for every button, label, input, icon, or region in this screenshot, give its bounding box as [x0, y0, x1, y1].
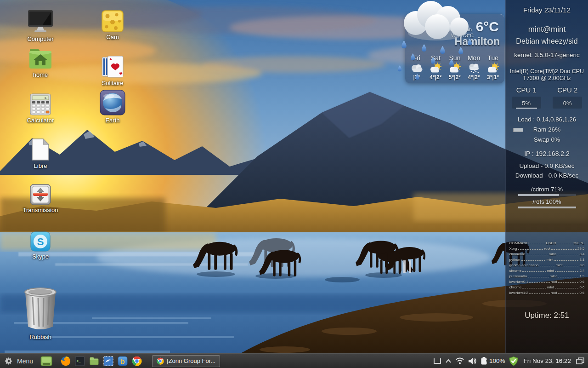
process-row: kworker/0:1root0.6	[508, 279, 586, 285]
process-row: pulseaudiomint1.9	[508, 274, 586, 279]
conky-cdrom-bar	[518, 194, 576, 196]
menu-button[interactable]: Menu	[0, 354, 39, 368]
desktop-icon-label: Libre	[34, 162, 47, 169]
desktop-icon-earth[interactable]: Earth	[87, 90, 138, 124]
conky-cdrom: /cdrom 71%	[506, 186, 588, 193]
conky-cpu2-label: CPU 2	[547, 86, 588, 94]
conky-download: Download - 0.0 KB/sec	[506, 172, 588, 179]
tray-applet-icon[interactable]	[434, 358, 441, 364]
forecast-day: Tue 3°|1°	[483, 54, 503, 80]
wifi-network-icon[interactable]	[456, 357, 464, 364]
conky-kernel: kernel: 3.5.0-17-generic	[506, 52, 588, 58]
show-desktop-icon	[40, 356, 52, 366]
chevron-up-icon[interactable]	[445, 359, 452, 363]
conky-uptime: Uptime: 2:51	[506, 311, 588, 320]
firefox-icon	[61, 356, 71, 366]
desktop-icon-label: Skype	[32, 253, 49, 260]
skype-icon: S	[30, 231, 51, 252]
battery-icon[interactable]	[481, 357, 487, 365]
menu-label: Menu	[17, 357, 33, 365]
desktop-icon-solitaire[interactable]: A Solitaire	[87, 55, 138, 86]
thunderbird-launcher[interactable]	[102, 355, 114, 367]
conky-rofs: /rofs 100%	[506, 198, 588, 205]
process-row: kworker/1:2root0.6	[508, 290, 586, 296]
thunderbird-mail-icon	[103, 356, 113, 366]
conky-rofs-bar	[518, 207, 576, 208]
conky-upload: Upload - 0.0 KB/sec	[506, 162, 588, 169]
trash-can-icon	[23, 284, 58, 332]
process-row: gnome-screenshomint3.0	[508, 263, 586, 268]
libreoffice-document-icon	[30, 138, 51, 161]
window-button-zorin-forum[interactable]: [Zorin Group For...	[152, 355, 220, 367]
desktop-icon-label: Transmission	[23, 207, 58, 213]
desktop-icon-label: home	[33, 71, 48, 78]
desktop-icon-rubbish[interactable]: Rubbish	[15, 284, 66, 340]
desktop: Computer Cam home A	[0, 0, 588, 368]
sun-cloud-icon	[429, 63, 442, 74]
desktop-icon-home[interactable]: home	[15, 47, 66, 78]
desktop-icon-label: Calculator	[27, 117, 54, 124]
terminal-launcher[interactable]: >_	[74, 355, 86, 367]
firefox-launcher[interactable]	[60, 355, 72, 367]
forecast-day: Fri |2°	[407, 54, 426, 80]
conky-cpu2-value: 0%	[563, 100, 572, 107]
desktop-icon-label: Computer	[27, 35, 53, 42]
calculator-icon: 0.	[30, 93, 51, 115]
desktop-icon-libre[interactable]: Libre	[15, 138, 66, 169]
update-shield-icon[interactable]	[509, 356, 518, 366]
weather-city: Hamilton	[455, 35, 500, 48]
conky-system-monitor: Friday 23/11/12 mint@mint Debian wheezy/…	[505, 0, 588, 353]
window-button-label: [Zorin Group For...	[167, 357, 215, 364]
cheese-webcam-icon	[102, 10, 124, 32]
weather-wind: W:13Kph	[451, 27, 474, 33]
google-earth-icon	[100, 90, 125, 115]
volume-icon[interactable]	[468, 357, 476, 365]
conky-date: Friday 23/11/12	[506, 0, 588, 14]
conky-ip: IP : 192.168.2.2	[506, 150, 588, 157]
folder-icon	[89, 356, 99, 366]
battery-percentage: 100%	[489, 357, 505, 364]
svg-text:>_: >_	[77, 359, 81, 362]
forecast-day: Mon 4°|2°	[464, 54, 484, 80]
chrome-icon	[132, 356, 142, 366]
conky-cpu1-label: CPU 1	[506, 86, 547, 94]
conky-user-host: mint@mint	[506, 25, 588, 34]
process-row: chromemint2.4	[508, 268, 586, 274]
snow-cloud-icon	[467, 63, 481, 74]
weather-temperature: 6°C	[476, 19, 499, 34]
process-row: chromemint0.6	[508, 285, 586, 290]
terminal-icon: >_	[75, 356, 85, 366]
desktop-icon-calculator[interactable]: 0. Calculator	[15, 93, 66, 124]
computer-icon	[27, 9, 54, 34]
desktop-icon-cam[interactable]: Cam	[87, 10, 138, 40]
b-app-launcher[interactable]: b	[117, 355, 129, 367]
conky-cpu1-graph: 5%	[512, 97, 541, 109]
forecast-day: Sat 4°|2°	[426, 54, 446, 80]
weather-humidity: H:81%	[451, 21, 474, 27]
desktop-icon-computer[interactable]: Computer	[15, 9, 66, 42]
svg-text:0.: 0.	[45, 97, 47, 99]
workspace-switcher-icon[interactable]	[576, 357, 584, 365]
conky-ram: Ram 26%	[533, 126, 560, 133]
panel-clock[interactable]: Fri Nov 23, 16:22	[523, 357, 571, 364]
desktop-icon-transmission[interactable]: Transmission	[15, 184, 66, 213]
show-desktop-button[interactable]	[40, 356, 52, 366]
svg-text:A: A	[109, 57, 112, 61]
sun-cloud-icon	[448, 63, 462, 74]
conky-cpu-model-line1: Intel(R) Core(TM)2 Duo CPU	[506, 68, 588, 75]
gear-menu-icon	[5, 357, 13, 365]
weather-widget: H:81% W:13Kph W Ch:3°C 6°C Hamilton Fri …	[405, 14, 504, 83]
desktop-icon-skype[interactable]: S Skype	[15, 231, 66, 260]
svg-text:b: b	[121, 357, 125, 365]
chrome-launcher[interactable]	[131, 355, 143, 367]
transmission-icon	[30, 184, 51, 205]
conky-swap: Swap 0%	[506, 136, 588, 143]
sun-cloud-icon	[486, 63, 500, 74]
conky-process-table: COMMAND USER %CPU Xorgroot29.5 cinnamonm…	[508, 241, 586, 296]
process-row: cinnamonmint8.4	[508, 252, 586, 257]
conky-distro: Debian wheezy/sid	[506, 37, 588, 46]
svg-text:S: S	[37, 236, 44, 247]
conky-cpu-model-line2: T7300 @ 2.00GHz	[506, 75, 588, 82]
file-manager-launcher[interactable]	[88, 355, 100, 367]
forecast-day: Sun 5°|2°	[445, 54, 464, 80]
